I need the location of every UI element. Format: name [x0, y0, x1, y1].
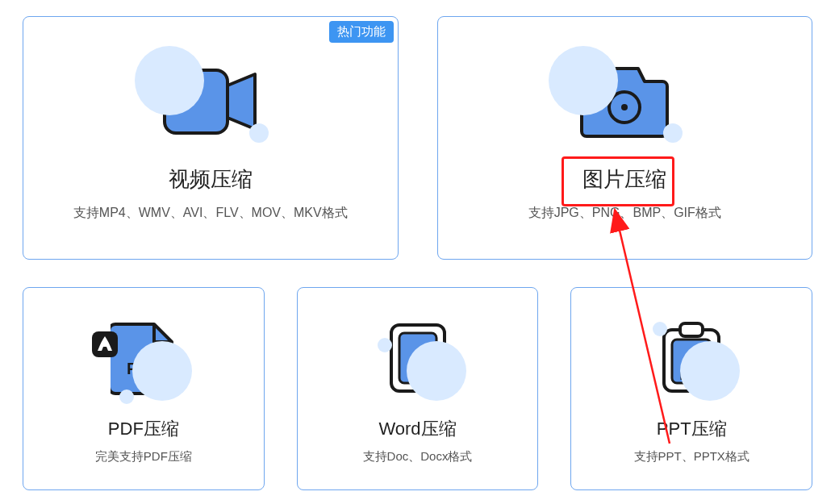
- ppt-icon-zone: PPT: [635, 314, 748, 402]
- card-ppt-compress[interactable]: PPT PPT压缩 支持PPT、PPTX格式: [570, 287, 812, 490]
- image-title: 图片压缩: [582, 165, 666, 194]
- ppt-subtitle: 支持PPT、PPTX格式: [634, 449, 749, 464]
- image-icon-zone: [552, 54, 697, 151]
- video-subtitle: 支持MP4、WMV、AVI、FLV、MOV、MKV格式: [73, 205, 348, 222]
- word-subtitle: 支持Doc、Docx格式: [363, 449, 473, 464]
- svg-point-4: [621, 104, 628, 110]
- ppt-title: PPT压缩: [657, 417, 727, 441]
- image-subtitle: 支持JPG、PNG、BMP、GIF格式: [528, 205, 721, 222]
- svg-rect-12: [680, 323, 703, 336]
- card-pdf-compress[interactable]: PDF PDF压缩 完美支持PDF压缩: [23, 287, 265, 490]
- video-icon-zone: [138, 54, 283, 151]
- word-title: Word压缩: [378, 417, 456, 441]
- svg-marker-1: [228, 74, 255, 129]
- pdf-icon-zone: PDF: [87, 314, 200, 402]
- word-icon-zone: W: [361, 314, 474, 402]
- card-image-compress[interactable]: 图片压缩 支持JPG、PNG、BMP、GIF格式: [437, 16, 813, 260]
- pdf-title: PDF压缩: [108, 417, 179, 441]
- card-video-compress[interactable]: 热门功能 视频压缩 支持MP4、WMV、AVI、FLV、MOV、MKV格式: [23, 16, 399, 260]
- pdf-subtitle: 完美支持PDF压缩: [95, 449, 192, 464]
- adobe-badge-icon: [90, 330, 119, 359]
- card-word-compress[interactable]: W Word压缩 支持Doc、Docx格式: [297, 287, 539, 490]
- video-title: 视频压缩: [169, 165, 253, 194]
- badge-hot: 热门功能: [329, 21, 394, 43]
